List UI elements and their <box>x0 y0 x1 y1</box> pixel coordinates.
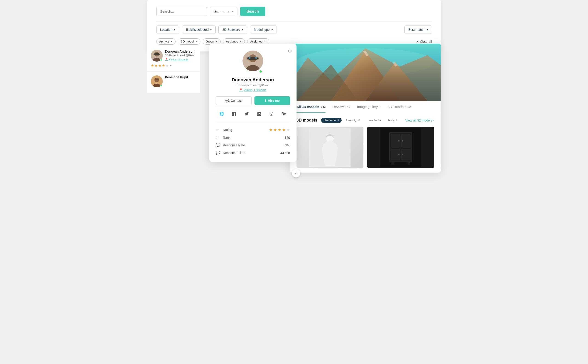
tag-3dmodel[interactable]: 3D model ✕ <box>178 38 200 45</box>
rank-value: 120 <box>285 136 290 139</box>
hire-button[interactable]: $ Hire me <box>255 96 290 105</box>
online-indicator-2 <box>160 84 162 87</box>
tab-count: 7 <box>379 105 381 109</box>
sort-dropdown[interactable]: Best match ▾ <box>404 26 432 34</box>
model-type-label: Model type <box>254 28 270 32</box>
behance-icon[interactable] <box>281 110 287 117</box>
pstar-5: ★ <box>286 127 290 132</box>
rating-chevron: ▾ <box>170 64 171 67</box>
location-label: Location <box>160 28 172 32</box>
model-tag-people[interactable]: people 13 <box>365 118 384 123</box>
clear-all-button[interactable]: ✕ Clear all <box>416 40 432 43</box>
response-rate-label: Response Rate <box>223 143 281 147</box>
star-5: ★ <box>165 63 169 68</box>
model-tag-character[interactable]: character 9 <box>321 118 342 123</box>
svg-rect-15 <box>257 58 259 59</box>
online-status-dot <box>259 70 262 73</box>
rating-label: Rating <box>223 128 267 132</box>
search-input[interactable] <box>160 9 203 13</box>
facebook-icon[interactable] <box>231 110 237 117</box>
avatar-wrapper-2 <box>151 75 163 87</box>
software-filter[interactable]: 3D Software ▾ <box>218 26 247 34</box>
hashtag-icon: # <box>216 136 221 140</box>
close-icon[interactable]: ✕ <box>170 40 173 43</box>
tab-label: All 3D models <box>297 105 319 109</box>
response-time-label: Response Time <box>223 151 278 155</box>
svg-point-19 <box>271 113 272 114</box>
star-3: ★ <box>158 63 161 68</box>
svg-point-40 <box>398 140 399 142</box>
svg-rect-4 <box>154 54 155 55</box>
globe-icon[interactable]: 🌐 <box>219 110 225 117</box>
user-info: Donovan Anderson 3D Project Lead @Pixar … <box>165 50 196 61</box>
profile-panel: ⚙ <box>209 44 297 162</box>
skills-filter[interactable]: 5 skills selected ▾ <box>182 26 216 34</box>
search-type-dropdown[interactable]: User name ▾ <box>210 7 237 16</box>
model-card-figure[interactable] <box>297 127 364 168</box>
profile-tabs: All 3D models 342 Reviews 43 Image galle… <box>290 101 441 113</box>
instagram-icon[interactable] <box>268 110 275 117</box>
model-tag-lowpoly[interactable]: lowpoly 12 <box>343 118 363 123</box>
tab-label: Image gallery <box>357 105 378 109</box>
software-label: 3D Software <box>222 28 240 32</box>
rank-label: Rank <box>223 136 282 139</box>
chevron-down-icon: ▾ <box>271 28 273 31</box>
clock-icon: 💬 <box>216 150 221 155</box>
svg-point-20 <box>272 113 273 113</box>
profile-detail-panel: All 3D models 342 Reviews 43 Image galle… <box>290 44 441 173</box>
star-4: ★ <box>162 63 165 68</box>
settings-icon[interactable]: ⚙ <box>288 48 292 54</box>
svg-point-7 <box>155 78 159 82</box>
svg-marker-25 <box>290 48 441 101</box>
close-icon[interactable]: ✕ <box>195 40 197 43</box>
chevron-right-icon: › <box>433 119 434 122</box>
user-cards-list: Donovan Anderson 3D Project Lead @Pixar … <box>147 46 200 93</box>
clear-all-label: Clear all <box>420 40 432 43</box>
svg-point-41 <box>402 140 403 142</box>
user-card-1[interactable]: Donovan Anderson 3D Project Lead @Pixar … <box>147 46 200 72</box>
star-1: ★ <box>151 63 154 68</box>
models-section-title: 3D models <box>297 118 317 123</box>
view-all-models-link[interactable]: View all 32 models › <box>405 119 434 122</box>
svg-rect-5 <box>159 54 160 55</box>
stat-response-rate: 💬 Response Rate 82% <box>216 143 290 147</box>
pstar-3: ★ <box>278 127 281 132</box>
chevron-down-icon: ▾ <box>426 28 428 32</box>
chevron-down-icon: ▾ <box>174 28 175 31</box>
twitter-icon[interactable] <box>243 110 250 117</box>
close-icon[interactable]: ✕ <box>216 40 218 43</box>
stats-list: ☆ Rating ★ ★ ★ ★ ★ # Rank 120 💬 Response… <box>216 127 290 155</box>
search-row: User name ▾ Search <box>156 7 432 21</box>
star-icon: ☆ <box>216 128 221 132</box>
tab-3d-tutorials[interactable]: 3D Tutorials 32 <box>388 101 411 113</box>
nav-left-arrow[interactable]: ‹ <box>292 169 300 177</box>
close-icon[interactable]: ✕ <box>240 40 242 43</box>
search-input-wrapper[interactable] <box>156 7 207 16</box>
close-icon[interactable]: ✕ <box>264 40 266 43</box>
user-location[interactable]: 📍 Vilnius, Lithuania <box>165 58 196 61</box>
location-filter[interactable]: Location ▾ <box>156 26 180 34</box>
sort-label: Best match <box>408 28 424 32</box>
message-icon: 💬 <box>225 99 229 103</box>
svg-marker-28 <box>296 64 358 101</box>
profile-banner <box>290 44 441 101</box>
models-section: 3D models character 9 lowpoly 12 people … <box>290 113 441 173</box>
tab-all-models[interactable]: All 3D models 342 <box>297 101 326 113</box>
linkedin-icon[interactable] <box>256 110 262 117</box>
model-tag-body[interactable]: body 11 <box>385 118 402 123</box>
chevron-down-icon: ▾ <box>232 10 234 13</box>
tab-image-gallery[interactable]: Image gallery 7 <box>357 101 381 113</box>
response-rate-value: 82% <box>283 143 290 147</box>
contact-button[interactable]: 💬 Contact <box>216 96 252 105</box>
tag-label: Assigned <box>250 40 262 43</box>
profile-location[interactable]: 📍 Vilnius, Lithuania <box>216 88 290 92</box>
tag-archviz[interactable]: Archviz ✕ <box>156 38 176 45</box>
response-time-value: 43 min <box>280 151 290 155</box>
model-card-cabinet[interactable] <box>367 127 434 168</box>
user-card-2[interactable]: Penelope Pupil <box>147 72 200 93</box>
search-button[interactable]: Search <box>240 7 265 16</box>
profile-avatar <box>242 51 263 71</box>
tab-reviews[interactable]: Reviews 43 <box>332 101 350 113</box>
model-type-filter[interactable]: Model type ▾ <box>250 26 277 34</box>
avatar-wrapper <box>151 50 163 62</box>
